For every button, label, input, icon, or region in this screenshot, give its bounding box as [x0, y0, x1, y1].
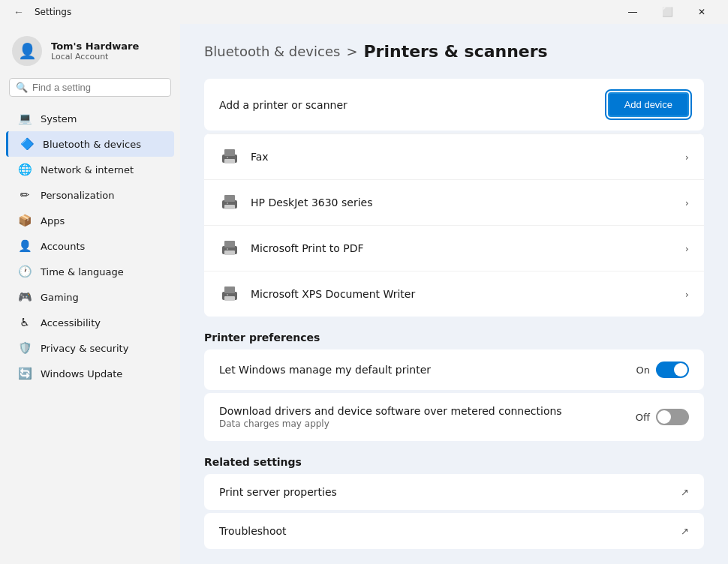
sidebar-item-apps[interactable]: 📦 Apps [6, 208, 174, 233]
nav-label-time: Time & language [41, 266, 124, 278]
nav-icon-network: 🌐 [18, 163, 32, 176]
pref-label: Let Windows manage my default printer [219, 364, 636, 376]
nav-icon-accessibility: ♿ [18, 316, 32, 329]
chevron-right-icon: › [685, 197, 689, 208]
titlebar: ← Settings — ⬜ ✕ [0, 0, 728, 24]
search-icon: 🔍 [16, 82, 28, 93]
nav-list: 💻 System 🔷 Bluetooth & devices 🌐 Network… [0, 106, 180, 386]
add-printer-row: Add a printer or scanner Add device [204, 79, 704, 130]
nav-label-system: System [41, 113, 77, 124]
nav-label-accounts: Accounts [41, 241, 85, 252]
device-row[interactable]: Microsoft XPS Document Writer › [204, 271, 704, 316]
nav-label-gaming: Gaming [41, 292, 79, 303]
nav-icon-personalization: ✏️ [18, 188, 32, 202]
nav-label-apps: Apps [41, 215, 65, 226]
restore-button[interactable]: ⬜ [650, 0, 684, 24]
pref-subtitle: Data charges may apply [219, 418, 636, 429]
breadcrumb-link[interactable]: Bluetooth & devices [204, 44, 340, 59]
titlebar-left: ← Settings [9, 3, 71, 21]
titlebar-title: Settings [35, 7, 71, 17]
svg-rect-5 [224, 195, 235, 202]
toggle-row: On [636, 362, 689, 378]
content-area: Bluetooth & devices > Printers & scanner… [180, 24, 728, 564]
sidebar-item-bluetooth[interactable]: 🔷 Bluetooth & devices [6, 131, 174, 157]
preference-row: Let Windows manage my default printer On [204, 350, 704, 390]
related-settings-item[interactable]: Print server properties ↗ [204, 474, 704, 510]
related-settings-item[interactable]: Troubleshoot ↗ [204, 513, 704, 549]
external-link-icon: ↗ [681, 487, 689, 498]
chevron-right-icon: › [685, 243, 689, 254]
sidebar-item-accessibility[interactable]: ♿ Accessibility [6, 310, 174, 335]
nav-label-network: Network & internet [41, 164, 134, 176]
devices-list: Fax › HP DeskJet 3630 series › Microsoft… [204, 134, 704, 316]
sidebar-item-update[interactable]: 🔄 Windows Update [6, 361, 174, 386]
device-row[interactable]: HP DeskJet 3630 series › [204, 179, 704, 225]
chevron-right-icon: › [685, 152, 689, 163]
close-button[interactable]: ✕ [684, 0, 719, 24]
get-help-row[interactable]: 💬 Get help [204, 552, 704, 564]
avatar: 👤 [12, 36, 42, 66]
main-layout: 👤 Tom's Hardware Local Account 🔍 💻 Syste… [0, 24, 728, 564]
pref-title: Download drivers and device software ove… [219, 405, 636, 417]
related-label: Print server properties [219, 486, 681, 498]
sidebar-item-system[interactable]: 💻 System [6, 106, 174, 131]
printer-icon [219, 146, 240, 167]
svg-rect-15 [227, 294, 228, 296]
device-row[interactable]: Microsoft Print to PDF › [204, 225, 704, 271]
printer-icon [219, 192, 240, 213]
sidebar-item-accounts[interactable]: 👤 Accounts [6, 233, 174, 259]
sidebar-item-network[interactable]: 🌐 Network & internet [6, 157, 174, 182]
related-settings-list: Print server properties ↗ Troubleshoot ↗ [204, 474, 704, 549]
minimize-button[interactable]: — [615, 0, 650, 24]
nav-label-bluetooth: Bluetooth & devices [43, 139, 141, 150]
printer-preferences-header: Printer preferences [204, 332, 704, 344]
user-info: Tom's Hardware Local Account [51, 40, 139, 62]
nav-icon-bluetooth: 🔷 [20, 137, 34, 151]
back-button[interactable]: ← [9, 3, 29, 21]
add-printer-label: Add a printer or scanner [219, 99, 347, 111]
printer-icon [219, 238, 240, 259]
printer-icon [219, 284, 240, 304]
pref-title: Let Windows manage my default printer [219, 364, 636, 376]
toggle-row: Off [636, 409, 689, 425]
preferences-list: Let Windows manage my default printer On… [204, 350, 704, 441]
sidebar-item-personalization[interactable]: ✏️ Personalization [6, 182, 174, 208]
toggle-label: Off [636, 412, 650, 423]
breadcrumb: Bluetooth & devices > Printers & scanner… [204, 42, 704, 61]
device-row[interactable]: Fax › [204, 134, 704, 179]
sidebar-item-gaming[interactable]: 🎮 Gaming [6, 284, 174, 310]
svg-rect-1 [224, 149, 235, 156]
toggle-switch[interactable] [656, 362, 689, 378]
nav-label-accessibility: Accessibility [41, 317, 101, 328]
search-input[interactable] [32, 82, 164, 93]
sidebar-item-time[interactable]: 🕐 Time & language [6, 259, 174, 284]
sidebar-item-privacy[interactable]: 🛡️ Privacy & security [6, 335, 174, 361]
toggle-knob [674, 363, 687, 376]
svg-rect-13 [224, 286, 235, 293]
user-section: 👤 Tom's Hardware Local Account [0, 30, 180, 78]
search-box: 🔍 [9, 78, 171, 97]
external-link-icon: ↗ [681, 526, 689, 537]
svg-rect-3 [227, 157, 228, 158]
preference-row: Download drivers and device software ove… [204, 393, 704, 441]
user-type: Local Account [51, 52, 139, 62]
device-name: HP DeskJet 3630 series [251, 196, 685, 208]
nav-label-personalization: Personalization [41, 190, 115, 201]
page-title: Printers & scanners [363, 42, 547, 61]
svg-rect-6 [224, 205, 235, 209]
add-device-button[interactable]: Add device [608, 92, 689, 117]
svg-rect-14 [224, 296, 235, 301]
svg-rect-7 [227, 202, 228, 204]
nav-icon-privacy: 🛡️ [18, 341, 32, 355]
device-name: Fax [251, 151, 685, 163]
related-settings-header: Related settings [204, 456, 704, 468]
chevron-right-icon: › [685, 289, 689, 300]
related-label: Troubleshoot [219, 525, 681, 537]
nav-icon-gaming: 🎮 [18, 290, 32, 304]
svg-rect-11 [227, 248, 228, 250]
pref-label: Download drivers and device software ove… [219, 405, 636, 429]
toggle-switch[interactable] [656, 409, 689, 425]
toggle-knob [657, 410, 671, 424]
device-name: Microsoft XPS Document Writer [251, 288, 685, 300]
svg-rect-2 [224, 159, 235, 164]
